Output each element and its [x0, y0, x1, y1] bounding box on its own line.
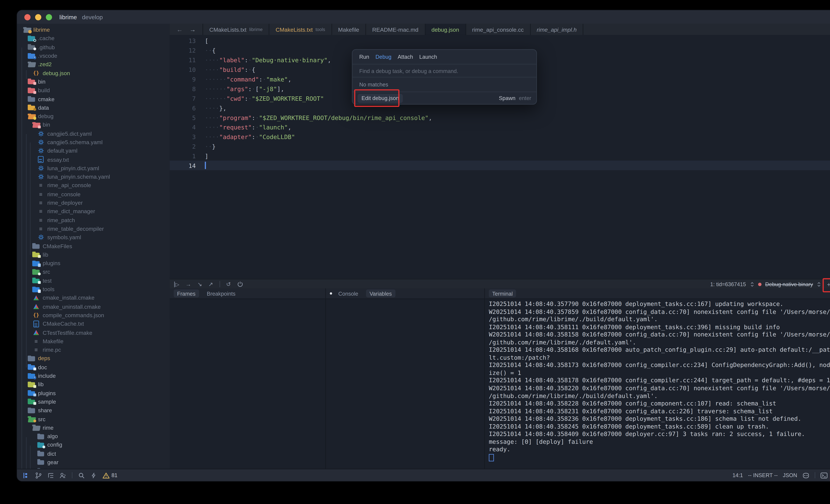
- debug-step-out-icon[interactable]: ↗: [208, 281, 213, 287]
- tree-item-deps[interactable]: deps: [17, 354, 170, 363]
- tree-item-cmakecache.txt[interactable]: CMakeCache.txt: [17, 320, 170, 328]
- editor-tab[interactable]: CMakeLists.txtlibrime: [202, 24, 269, 35]
- tree-item-lib[interactable]: lib: [17, 250, 170, 259]
- tree-item-algo[interactable]: algo: [17, 432, 170, 441]
- edit-debug-json-button[interactable]: Edit debug.json: [357, 94, 403, 103]
- chevron-updown-icon[interactable]: [750, 281, 754, 287]
- debug-restart-icon[interactable]: ↺: [226, 281, 231, 287]
- tree-item-rime[interactable]: rime: [17, 424, 170, 432]
- diagnostics-summary[interactable]: 81: [102, 472, 118, 479]
- debug-step-over-icon[interactable]: →: [186, 281, 191, 287]
- debug-task-search-input[interactable]: Find a debug task, or debug a command.: [352, 65, 536, 77]
- copilot-icon[interactable]: [802, 471, 809, 479]
- tree-item-test[interactable]: test: [17, 276, 170, 285]
- chevron-updown-icon[interactable]: [817, 281, 821, 287]
- tree-item-.vscode[interactable]: ×.vscode: [17, 52, 170, 60]
- tree-item-src[interactable]: src: [17, 414, 170, 423]
- tab-frames[interactable]: Frames: [173, 290, 199, 298]
- tree-item-plugins[interactable]: plugins: [17, 259, 170, 268]
- spawn-button[interactable]: Spawn: [499, 95, 515, 101]
- tree-item-gear[interactable]: gear: [17, 458, 170, 467]
- tab-terminal[interactable]: Terminal: [489, 290, 516, 298]
- terminal-panel-icon[interactable]: [820, 471, 828, 479]
- close-window-button[interactable]: [24, 14, 31, 20]
- tree-item-.cache[interactable]: .cache: [17, 34, 170, 43]
- debug-session-selector[interactable]: Debug native binary: [765, 281, 813, 287]
- debug-thread-selector[interactable]: 1: tid=6367415: [710, 281, 746, 287]
- debug-continue-icon[interactable]: ▷: [174, 281, 179, 287]
- tree-item-rime.pc[interactable]: ≡rime.pc: [17, 345, 170, 354]
- editor-tab[interactable]: debug.json: [425, 24, 466, 35]
- code-line[interactable]: 1]: [170, 151, 830, 161]
- modal-tab-run[interactable]: Run: [359, 54, 369, 60]
- modal-tab-attach[interactable]: Attach: [398, 54, 413, 60]
- assistant-bolt-icon[interactable]: [90, 471, 97, 479]
- tab-console[interactable]: Console: [335, 290, 362, 298]
- tree-item-.zed2[interactable]: .zed2: [17, 60, 170, 69]
- modal-tab-launch[interactable]: Launch: [419, 54, 437, 60]
- code-line[interactable]: 4····"request":·"launch",: [170, 122, 830, 132]
- tree-item-cmake-uninstall.cmake[interactable]: cmake_uninstall.cmake: [17, 302, 170, 311]
- tree-item-debug.json[interactable]: {}debug.json: [17, 69, 170, 77]
- nav-forward-icon[interactable]: →: [190, 26, 196, 33]
- code-line[interactable]: 5····"program":·"$ZED_WORKTREE_ROOT/debu…: [170, 112, 830, 122]
- tree-item-luna-pinyin.dict.yaml[interactable]: luna_pinyin.dict.yaml: [17, 164, 170, 172]
- cursor-position[interactable]: 14:1: [733, 472, 743, 478]
- modal-tab-debug[interactable]: Debug: [376, 54, 391, 60]
- git-branch-icon[interactable]: [35, 471, 42, 479]
- tree-item-symbols.yaml[interactable]: symbols.yaml: [17, 233, 170, 242]
- tab-breakpoints[interactable]: Breakpoints: [203, 290, 239, 298]
- tree-item-tools[interactable]: tools: [17, 285, 170, 294]
- tree-item-build[interactable]: build: [17, 86, 170, 95]
- tree-item-luna-pinyin.schema.yaml[interactable]: luna_pinyin.schema.yaml: [17, 172, 170, 181]
- tree-item-cmake-install.cmake[interactable]: cmake_install.cmake: [17, 294, 170, 302]
- tree-item-rime-api-console[interactable]: ≡rime_api_console: [17, 181, 170, 190]
- code-line[interactable]: 13[: [170, 36, 830, 45]
- tree-item-rime-deployer[interactable]: ≡rime_deployer: [17, 198, 170, 207]
- tree-item-.github[interactable]: .github: [17, 43, 170, 52]
- search-icon[interactable]: [77, 471, 85, 479]
- language-selector[interactable]: JSON: [783, 472, 797, 478]
- collab-panel-icon[interactable]: [59, 471, 67, 479]
- editor-tab[interactable]: CMakeLists.txttools: [269, 24, 332, 35]
- tree-item-sample[interactable]: sample: [17, 397, 170, 406]
- editor-tab[interactable]: Makefile: [332, 24, 366, 35]
- zoom-window-button[interactable]: [46, 14, 52, 20]
- new-debug-session-button[interactable]: +: [825, 280, 830, 288]
- project-panel-toggle-icon[interactable]: [22, 471, 29, 479]
- tree-item-makefile[interactable]: ≡Makefile: [17, 337, 170, 345]
- tree-item-cangjie5.schema.yaml[interactable]: cangjie5.schema.yaml: [17, 138, 170, 146]
- tree-item-rime-patch[interactable]: ≡rime_patch: [17, 216, 170, 224]
- tree-item-rime-table-decompiler[interactable]: ≡rime_table_decompiler: [17, 224, 170, 233]
- terminal-output[interactable]: I20251014 14:08:40.357790 0x16fe87000 de…: [489, 300, 830, 469]
- tree-item-cmakefiles[interactable]: CMakeFiles: [17, 242, 170, 250]
- outline-panel-icon[interactable]: [47, 471, 54, 479]
- tree-item-data[interactable]: data: [17, 103, 170, 112]
- tree-item-bin[interactable]: bin: [17, 77, 170, 86]
- tree-item-config[interactable]: config: [17, 441, 170, 449]
- tree-item-cmake[interactable]: cmake: [17, 95, 170, 103]
- debug-step-into-icon[interactable]: ↘: [197, 281, 202, 287]
- git-branch-name[interactable]: develop: [82, 13, 103, 21]
- code-line[interactable]: 14: [170, 161, 830, 170]
- tree-item-lib[interactable]: lib: [17, 380, 170, 389]
- tree-item-default.yaml[interactable]: default.yaml: [17, 146, 170, 155]
- tree-item-compile-commands.json[interactable]: {}compile_commands.json: [17, 311, 170, 320]
- tree-item-dict[interactable]: dict: [17, 449, 170, 458]
- code-line[interactable]: 2··}: [170, 141, 830, 151]
- tree-item-debug[interactable]: debug: [17, 112, 170, 121]
- code-line[interactable]: 3····"adapter":·"CodeLLDB": [170, 132, 830, 141]
- editor-tab[interactable]: rime_api_console.cc: [466, 24, 531, 35]
- minimize-window-button[interactable]: [35, 14, 41, 20]
- tree-item-bin[interactable]: bin: [17, 121, 170, 129]
- tree-item-rime-dict-manager[interactable]: ≡rime_dict_manager: [17, 207, 170, 216]
- tree-item-share[interactable]: share: [17, 406, 170, 414]
- tree-item-rime-console[interactable]: ≡rime_console: [17, 190, 170, 198]
- tree-item-include[interactable]: +include: [17, 371, 170, 380]
- tree-item-ctesttestfile.cmake[interactable]: CTestTestfile.cmake: [17, 328, 170, 337]
- tree-item-cangjie5.dict.yaml[interactable]: cangjie5.dict.yaml: [17, 129, 170, 138]
- tree-item-plugins[interactable]: plugins: [17, 389, 170, 397]
- tab-variables[interactable]: Variables: [366, 290, 395, 298]
- editor-tab[interactable]: rime_api_impl.h: [531, 24, 583, 35]
- tree-item-essay.txt[interactable]: essay.txt: [17, 155, 170, 164]
